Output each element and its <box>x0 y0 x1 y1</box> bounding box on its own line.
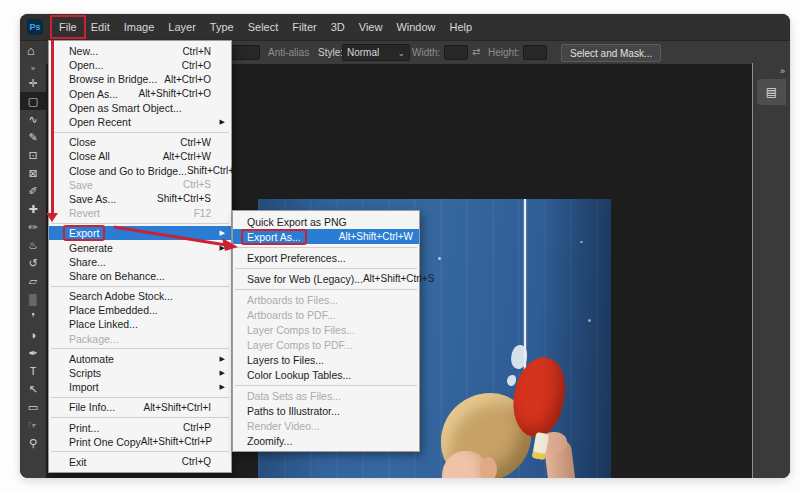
type-tool[interactable]: T <box>20 362 46 380</box>
clone-stamp-tool[interactable]: ♨ <box>20 236 46 254</box>
file-menu-item[interactable]: Place Linked... ▶ <box>49 317 231 331</box>
export-submenu-item[interactable]: Paths to Illustrator... <box>233 403 419 418</box>
style-dropdown[interactable]: Normal ⌄ <box>342 44 410 61</box>
file-menu-item[interactable]: Share on Behance... ▶ <box>49 269 231 283</box>
file-menu-item[interactable]: Package... ▶ <box>49 332 231 346</box>
menubar-item-edit[interactable]: Edit <box>84 17 117 37</box>
chevron-down-icon: ⌄ <box>397 48 405 58</box>
style-value: Normal <box>347 47 379 58</box>
file-menu-item[interactable]: Close Ctrl+W ▶ <box>49 135 231 149</box>
export-submenu-item[interactable]: Save for Web (Legacy)... Alt+Shift+Ctrl+… <box>233 271 419 286</box>
link-dimensions-icon[interactable]: ⇄ <box>472 46 480 57</box>
export-submenu-item[interactable]: Artboards to PDF... <box>233 307 419 322</box>
file-menu-item[interactable]: Exit Ctrl+Q ▶ <box>49 455 231 469</box>
healing-brush-tool[interactable]: ✚ <box>20 200 46 218</box>
export-submenu-item[interactable]: Artboards to Files... <box>233 292 419 307</box>
dodge-tool[interactable]: ◑ <box>20 326 46 344</box>
screenshot-stage: » ▤ Ps File Edit Image Layer Type <box>0 0 800 492</box>
export-submenu-item[interactable]: Layer Comps to Files... <box>233 322 419 337</box>
menu-separator <box>51 451 229 452</box>
blur-tool[interactable]: ❜ <box>20 308 46 326</box>
path-selection-tool[interactable]: ↖ <box>20 380 46 398</box>
annotation-arrow-diagonal <box>110 218 242 256</box>
file-menu-item[interactable]: Browse in Bridge... Alt+Ctrl+O ▶ <box>49 72 231 86</box>
eyedropper-tool[interactable]: ✐ <box>20 182 46 200</box>
height-input[interactable] <box>523 45 547 60</box>
rectangle-tool[interactable]: ▭ <box>20 398 46 416</box>
export-submenu-item[interactable]: Quick Export as PNG <box>233 214 419 229</box>
zoom-tool[interactable]: ⚲ <box>20 434 46 452</box>
crop-tool[interactable]: ⊡ <box>20 146 46 164</box>
toolbar-collapse-icon[interactable]: » <box>31 64 35 74</box>
export-submenu-item[interactable]: Export Preferences... <box>233 250 419 265</box>
right-panel-dock: » ▤ <box>752 63 790 478</box>
export-submenu-item[interactable]: Layers to Files... <box>233 352 419 367</box>
menubar-items: File Edit Image Layer Type Select Filter <box>52 17 479 37</box>
file-menu-item[interactable]: Print... Ctrl+P ▶ <box>49 421 231 435</box>
file-menu-dropdown: New... Ctrl+N ▶ Open... Ctrl+O ▶ Browse … <box>48 40 232 473</box>
export-submenu-item[interactable]: Color Lookup Tables... <box>233 367 419 382</box>
export-submenu-item[interactable]: Zoomify... <box>233 433 419 448</box>
menubar-item-layer[interactable]: Layer <box>161 17 203 37</box>
file-menu-item[interactable]: Open... Ctrl+O ▶ <box>49 58 231 72</box>
menubar-item-select[interactable]: Select <box>241 17 286 37</box>
menubar-item-view[interactable]: View <box>352 17 390 37</box>
menubar-item-window[interactable]: Window <box>389 17 442 37</box>
select-and-mask-button[interactable]: Select and Mask... <box>561 44 661 62</box>
rectangular-marquee-tool[interactable]: ▢ <box>20 92 46 110</box>
photoshop-window: » ▤ Ps File Edit Image Layer Type <box>20 14 790 478</box>
file-menu-item[interactable]: Close All Alt+Ctrl+W ▶ <box>49 149 231 163</box>
file-menu-item[interactable]: Automate ▶ <box>49 352 231 366</box>
menu-separator <box>235 385 417 386</box>
menu-separator <box>235 247 417 248</box>
panel-collapse-icon[interactable]: » <box>780 66 785 76</box>
export-submenu-item[interactable]: Layer Comps to PDF... <box>233 337 419 352</box>
file-menu-item[interactable]: Open as Smart Object... ▶ <box>49 101 231 115</box>
file-menu-item[interactable]: Scripts ▶ <box>49 366 231 380</box>
pen-tool[interactable]: ✒ <box>20 344 46 362</box>
export-submenu-item-export-as[interactable]: Export As... Alt+Shift+Ctrl+W <box>233 229 419 244</box>
file-menu-item[interactable]: Import ▶ <box>49 380 231 394</box>
frame-tool[interactable]: ⊠ <box>20 164 46 182</box>
submenu-arrow-icon: ▶ <box>217 369 225 377</box>
panel-tab-icon[interactable]: ▤ <box>757 79 786 105</box>
anti-alias-label: Anti-alias <box>268 47 309 58</box>
export-submenu-item[interactable]: Render Video... <box>233 418 419 433</box>
submenu-arrow-icon: ▶ <box>217 355 225 363</box>
move-tool[interactable]: ✛ <box>20 74 46 92</box>
brush-tool[interactable]: ✏ <box>20 218 46 236</box>
lasso-tool[interactable]: ∿ <box>20 110 46 128</box>
menubar-item-3d[interactable]: 3D <box>324 17 352 37</box>
eraser-tool[interactable]: ▱ <box>20 272 46 290</box>
menu-separator <box>235 268 417 269</box>
file-menu-item[interactable]: New... Ctrl+N ▶ <box>49 44 231 58</box>
quick-selection-tool[interactable]: ✎ <box>20 128 46 146</box>
gradient-tool[interactable]: ▒ <box>20 290 46 308</box>
menubar-item-image[interactable]: Image <box>117 17 162 37</box>
file-menu-item[interactable]: Search Adobe Stock... ▶ <box>49 289 231 303</box>
file-menu-item[interactable]: Close and Go to Bridge... Shift+Ctrl+W ▶ <box>49 164 231 178</box>
file-menu-item[interactable]: Save As... Shift+Ctrl+S ▶ <box>49 192 231 206</box>
history-brush-tool[interactable]: ↺ <box>20 254 46 272</box>
menubar-item-type[interactable]: Type <box>203 17 241 37</box>
feather-input[interactable] <box>230 45 260 60</box>
hand-tool[interactable]: ☞ <box>20 416 46 434</box>
export-submenu-item[interactable]: Data Sets as Files... <box>233 388 419 403</box>
menu-separator <box>51 286 229 287</box>
width-input[interactable] <box>444 45 468 60</box>
file-menu-item[interactable]: Save Ctrl+S ▶ <box>49 178 231 192</box>
menubar-item-filter[interactable]: Filter <box>285 17 323 37</box>
file-menu-item[interactable]: File Info... Alt+Shift+Ctrl+I ▶ <box>49 400 231 414</box>
height-label: Height: <box>488 47 520 58</box>
style-label: Style: <box>318 47 343 58</box>
file-menu-item[interactable]: Open As... Alt+Shift+Ctrl+O ▶ <box>49 87 231 101</box>
annotation-arrow-vertical <box>51 40 54 213</box>
menubar-item-help[interactable]: Help <box>443 17 480 37</box>
menubar-item-file[interactable]: File <box>52 17 84 37</box>
file-menu-item[interactable]: Share... ▶ <box>49 255 231 269</box>
file-menu-item[interactable]: Open Recent ▶ <box>49 115 231 129</box>
file-menu-item[interactable]: Place Embedded... ▶ <box>49 303 231 317</box>
file-menu-item[interactable]: Print One Copy Alt+Shift+Ctrl+P ▶ <box>49 435 231 449</box>
menu-separator <box>51 132 229 133</box>
home-icon[interactable]: ⌂ <box>27 44 35 57</box>
